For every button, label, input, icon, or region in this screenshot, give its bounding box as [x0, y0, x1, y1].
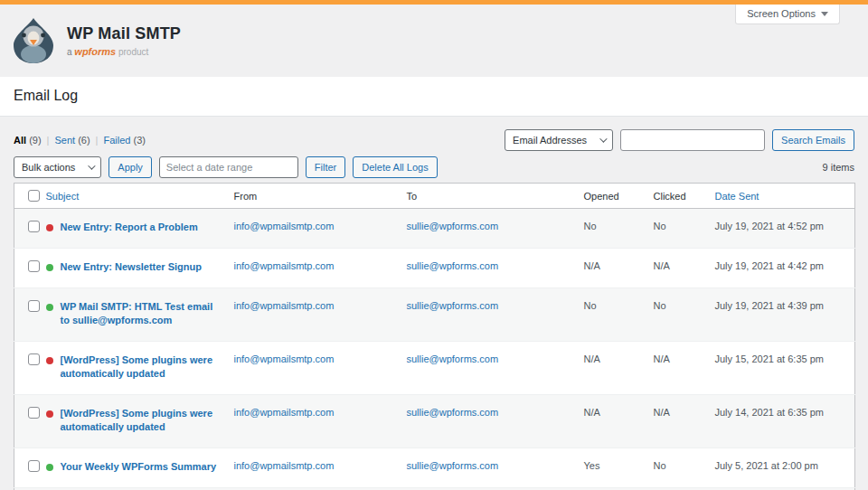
- status-sent-icon: [46, 264, 53, 271]
- subject-link[interactable]: [WordPress] Some plugins were automatica…: [61, 353, 225, 381]
- to-email-link[interactable]: sullie@wpforms.com: [407, 353, 499, 364]
- to-cell: sullie@wpforms.com: [407, 288, 584, 342]
- wpforms-brand: wpforms: [74, 46, 116, 57]
- column-header-to: To: [407, 184, 584, 209]
- email-table-body: New Entry: Report a Probleminfo@wpmailsm…: [14, 209, 855, 490]
- clicked-value: N/A: [654, 395, 715, 448]
- to-cell: sullie@wpforms.com: [407, 448, 584, 488]
- row-select-cell: [14, 395, 46, 448]
- to-email-link[interactable]: sullie@wpforms.com: [407, 221, 499, 231]
- bulk-controls: Bulk actions Apply Filter Delete All Log…: [14, 156, 438, 178]
- table-row: Your Weekly WPForms Summaryinfo@wpmailsm…: [14, 448, 855, 488]
- status-sent-icon: [46, 464, 53, 471]
- from-cell: info@wpmailsmtp.com: [234, 395, 407, 448]
- to-email-link[interactable]: sullie@wpforms.com: [407, 300, 499, 311]
- search-emails-button[interactable]: Search Emails: [772, 129, 854, 151]
- to-cell: sullie@wpforms.com: [407, 342, 584, 395]
- clicked-value: N/A: [654, 249, 715, 288]
- bulk-actions-row: Bulk actions Apply Filter Delete All Log…: [14, 156, 854, 178]
- status-failed-icon: [46, 224, 53, 231]
- row-checkbox[interactable]: [28, 300, 40, 312]
- from-email-link[interactable]: info@wpmailsmtp.com: [234, 460, 335, 471]
- column-header-date-sent[interactable]: Date Sent: [715, 184, 855, 209]
- subject-cell: WP Mail SMTP: HTML Test email to sullie@…: [46, 288, 234, 342]
- subject-cell: Your Weekly WPForms Summary: [46, 448, 234, 488]
- from-cell: info@wpmailsmtp.com: [234, 209, 407, 249]
- column-header-clicked: Clicked: [654, 184, 715, 209]
- plugin-subtitle: a wpforms product: [67, 46, 181, 57]
- view-failed[interactable]: Failed (3): [103, 135, 145, 146]
- search-input[interactable]: [620, 129, 765, 151]
- view-all[interactable]: All (9): [14, 135, 42, 146]
- subject-cell: [WordPress] Some plugins were automatica…: [46, 342, 234, 395]
- subject-link[interactable]: WP Mail SMTP: HTML Test email to sullie@…: [61, 300, 225, 327]
- from-email-link[interactable]: info@wpmailsmtp.com: [234, 407, 335, 418]
- from-email-link[interactable]: info@wpmailsmtp.com: [234, 221, 335, 231]
- to-email-link[interactable]: sullie@wpforms.com: [407, 460, 499, 471]
- select-all-cell: [14, 184, 46, 209]
- row-checkbox[interactable]: [28, 353, 40, 365]
- subject-cell: New Entry: Newsletter Signup: [46, 249, 234, 288]
- subtitle-prefix: a: [67, 47, 72, 57]
- subject-link[interactable]: Your Weekly WPForms Summary: [61, 460, 217, 474]
- subject-link[interactable]: New Entry: Report a Problem: [61, 221, 198, 234]
- date-sent-value: July 19, 2021 at 4:42 pm: [715, 249, 855, 288]
- to-cell: sullie@wpforms.com: [407, 249, 584, 288]
- apply-button[interactable]: Apply: [108, 156, 152, 178]
- from-email-link[interactable]: info@wpmailsmtp.com: [234, 353, 335, 364]
- to-cell: sullie@wpforms.com: [407, 209, 584, 249]
- table-row: New Entry: Report a Probleminfo@wpmailsm…: [14, 209, 855, 249]
- clicked-value: No: [654, 288, 715, 342]
- filter-button[interactable]: Filter: [306, 156, 345, 178]
- screen-options-label: Screen Options: [747, 8, 816, 19]
- from-email-link[interactable]: info@wpmailsmtp.com: [234, 260, 335, 271]
- view-filter-links: All (9) | Sent (6) | Failed (3): [14, 135, 146, 146]
- row-select-cell: [14, 342, 46, 395]
- row-select-cell: [14, 448, 46, 488]
- table-row: WP Mail SMTP: HTML Test email to sullie@…: [14, 288, 855, 342]
- subject-cell: [WordPress] Some plugins were automatica…: [46, 395, 234, 448]
- subject-cell: New Entry: Report a Problem: [46, 209, 234, 249]
- from-email-link[interactable]: info@wpmailsmtp.com: [234, 300, 335, 311]
- row-checkbox[interactable]: [28, 407, 40, 419]
- bulk-actions-select-value: Bulk actions: [22, 162, 75, 173]
- row-checkbox[interactable]: [28, 260, 40, 272]
- table-row: [WordPress] Some plugins were automatica…: [14, 395, 855, 448]
- search-field-select-value: Email Addresses: [513, 135, 587, 146]
- chevron-down-icon: [821, 12, 828, 16]
- row-checkbox[interactable]: [28, 460, 40, 472]
- view-sent[interactable]: Sent (6): [54, 135, 90, 146]
- table-header-row: Subject From To Opened Clicked Date Sent: [14, 184, 855, 209]
- to-email-link[interactable]: sullie@wpforms.com: [407, 260, 499, 271]
- from-cell: info@wpmailsmtp.com: [234, 288, 407, 342]
- opened-value: No: [584, 288, 654, 342]
- bulk-actions-select[interactable]: Bulk actions: [14, 156, 101, 178]
- column-header-from: From: [234, 184, 407, 209]
- status-sent-icon: [46, 304, 53, 311]
- row-checkbox[interactable]: [28, 221, 40, 232]
- row-select-cell: [14, 288, 46, 342]
- subject-link[interactable]: New Entry: Newsletter Signup: [61, 260, 202, 274]
- search-field-select[interactable]: Email Addresses: [505, 129, 613, 151]
- separator: |: [96, 135, 99, 146]
- subject-link[interactable]: [WordPress] Some plugins were automatica…: [61, 407, 225, 434]
- column-header-subject[interactable]: Subject: [46, 184, 234, 209]
- screen-options-button[interactable]: Screen Options: [735, 5, 840, 24]
- subtitle-suffix: product: [118, 47, 148, 57]
- clicked-value: No: [654, 448, 715, 488]
- opened-value: Yes: [584, 448, 654, 488]
- date-sent-value: July 14, 2021 at 6:35 pm: [715, 395, 855, 448]
- delete-all-logs-button[interactable]: Delete All Logs: [353, 156, 437, 178]
- clicked-value: N/A: [654, 342, 715, 395]
- status-failed-icon: [46, 357, 53, 364]
- column-header-opened: Opened: [584, 184, 654, 209]
- select-all-checkbox[interactable]: [28, 190, 40, 202]
- items-count: 9 items: [823, 162, 854, 173]
- from-cell: info@wpmailsmtp.com: [234, 342, 407, 395]
- row-select-cell: [14, 249, 46, 288]
- date-range-input[interactable]: [159, 156, 298, 178]
- filters-search-row: All (9) | Sent (6) | Failed (3) Email Ad…: [14, 129, 854, 151]
- opened-value: No: [584, 209, 654, 249]
- to-email-link[interactable]: sullie@wpforms.com: [407, 407, 499, 418]
- date-sent-value: July 19, 2021 at 4:52 pm: [715, 209, 855, 249]
